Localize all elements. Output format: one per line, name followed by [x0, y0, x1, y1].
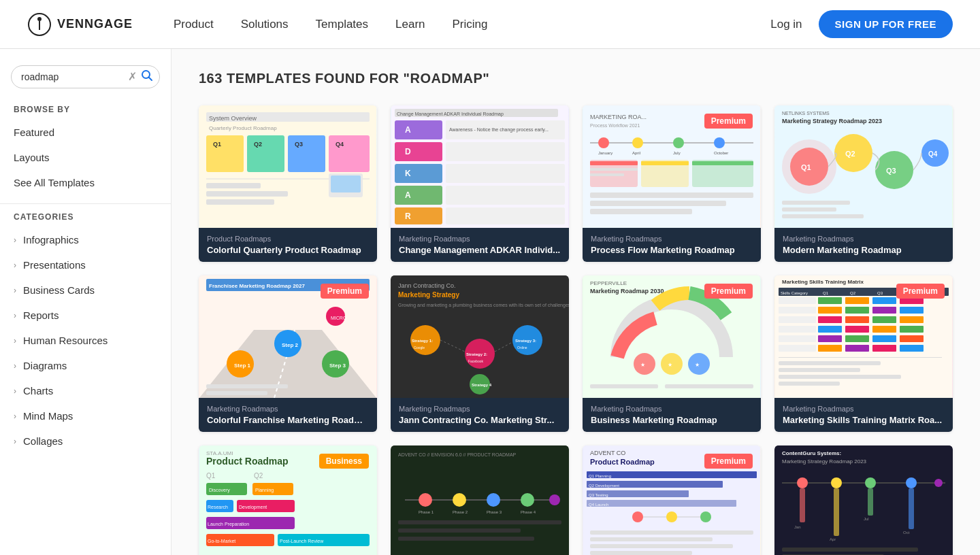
svg-text:Phase 3: Phase 3: [487, 510, 502, 514]
svg-text:Product Roadmap: Product Roadmap: [206, 456, 289, 467]
card-image-6: Jann Contracting Co. Marketing Strategy …: [391, 275, 569, 398]
svg-rect-158: [900, 345, 924, 352]
svg-rect-36: [395, 186, 442, 205]
svg-text:System Overview: System Overview: [209, 115, 257, 122]
svg-rect-130: [818, 297, 842, 304]
category-human-resources[interactable]: › Human Resources: [0, 328, 171, 353]
template-card-7[interactable]: Premium PEPPERVILLE Marketing Roadmap 20…: [583, 275, 761, 432]
svg-text:January: January: [598, 151, 612, 155]
svg-rect-136: [845, 307, 869, 314]
svg-text:Phase 1: Phase 1: [419, 510, 434, 514]
svg-rect-147: [872, 326, 896, 333]
search-submit-icon[interactable]: [141, 69, 153, 85]
clear-search-icon[interactable]: ✗: [128, 71, 137, 82]
svg-rect-129: [779, 297, 816, 304]
premium-badge-5: Premium: [321, 284, 369, 299]
category-mind-maps[interactable]: › Mind Maps: [0, 403, 171, 428]
svg-rect-134: [779, 307, 816, 314]
sidebar-item-layouts[interactable]: Layouts: [0, 145, 171, 170]
card-image-2: Change Management ADKAR Individual Roadm…: [391, 105, 569, 228]
category-business-cards[interactable]: › Business Cards: [0, 278, 171, 303]
svg-rect-30: [395, 142, 442, 161]
search-input[interactable]: [11, 65, 160, 88]
signup-button[interactable]: SIGN UP FOR FREE: [819, 10, 953, 38]
card-category-3: Marketing Roadmaps: [591, 235, 753, 243]
chevron-icon: ›: [14, 437, 16, 446]
template-card-4[interactable]: NETLINKS SYSTEMS Marketing Strategy Road…: [774, 105, 953, 262]
svg-text:Phase 2: Phase 2: [453, 510, 468, 514]
sidebar-item-featured[interactable]: Featured: [0, 120, 171, 145]
card-title-1: Colorful Quarterly Product Roadmap: [207, 245, 369, 255]
template-card-10[interactable]: ADVENT CO // ENVISION 6.0 // PRODUCT ROA…: [391, 445, 569, 555]
nav-learn[interactable]: Learn: [395, 18, 425, 31]
svg-point-50: [673, 137, 684, 148]
template-card-11[interactable]: Premium ADVENT CO Product Roadmap Q1 Pla…: [583, 445, 761, 555]
svg-rect-228: [834, 488, 839, 536]
template-card-3[interactable]: Premium MARKETING ROA... Process Workflo…: [583, 105, 761, 262]
svg-text:Jan: Jan: [794, 525, 801, 529]
svg-rect-140: [818, 316, 842, 323]
svg-text:Q4: Q4: [336, 141, 344, 148]
svg-text:July: July: [673, 151, 681, 155]
nav-product[interactable]: Product: [174, 18, 214, 31]
logo[interactable]: VENNGAGE: [27, 12, 133, 37]
svg-point-189: [521, 493, 534, 507]
template-card-2[interactable]: Change Management ADKAR Individual Roadm…: [391, 105, 569, 262]
category-charts[interactable]: › Charts: [0, 378, 171, 403]
nav-templates[interactable]: Templates: [316, 18, 368, 31]
nav-solutions[interactable]: Solutions: [241, 18, 289, 31]
svg-rect-92: [206, 391, 267, 395]
svg-point-226: [934, 479, 943, 487]
sidebar-item-all-templates[interactable]: See All Templates: [0, 170, 171, 195]
svg-rect-33: [395, 164, 442, 183]
svg-rect-41: [446, 207, 565, 224]
svg-text:Q3 Testing: Q3 Testing: [589, 493, 608, 497]
svg-rect-26: [395, 120, 442, 139]
card-image-11: Premium ADVENT CO Product Roadmap Q1 Pla…: [583, 445, 761, 555]
svg-text:April: April: [632, 151, 640, 155]
card-title-6: Jann Contracting Co. Marketing Str...: [399, 415, 561, 425]
svg-rect-230: [909, 488, 914, 529]
svg-rect-156: [845, 345, 869, 352]
template-card-5[interactable]: Premium Franchisee Marketing Roadmap 202…: [199, 275, 377, 432]
svg-text:Google: Google: [414, 346, 425, 350]
browse-by-title: BROWSE BY: [0, 105, 171, 120]
svg-rect-77: [782, 201, 850, 205]
svg-text:Q4 Launch: Q4 Launch: [589, 503, 608, 507]
svg-text:Q2: Q2: [850, 291, 856, 295]
category-presentations[interactable]: › Presentations: [0, 252, 171, 278]
svg-rect-39: [395, 207, 442, 224]
template-card-8[interactable]: Premium Marketing Skills Training Matrix…: [774, 275, 953, 432]
category-collages[interactable]: › Collages: [0, 428, 171, 454]
template-card-12[interactable]: ContentGuru Systems: Marketing Strategy …: [774, 445, 953, 555]
svg-text:ADVENT CO: ADVENT CO: [590, 450, 625, 456]
template-card-9[interactable]: Business STA.A.UMI Product Roadmap Q1 Q2…: [199, 445, 377, 555]
chevron-icon: ›: [14, 336, 16, 346]
premium-badge-11: Premium: [704, 454, 753, 469]
svg-point-211: [700, 511, 711, 522]
svg-text:Marketing Roadmap 2030: Marketing Roadmap 2030: [590, 288, 664, 295]
svg-text:Strategy 2:: Strategy 2:: [466, 352, 487, 356]
categories-title: CATEGORIES: [0, 212, 171, 227]
svg-rect-227: [800, 488, 805, 522]
card-title-8: Marketing Skills Training Matrix Roa...: [783, 415, 945, 425]
nav-pricing[interactable]: Pricing: [453, 18, 488, 31]
category-reports[interactable]: › Reports: [0, 303, 171, 328]
svg-text:Awareness - Notice the change : Awareness - Notice the change process ea…: [449, 127, 549, 133]
category-infographics[interactable]: › Infographics: [0, 227, 171, 252]
svg-point-222: [797, 477, 808, 488]
login-link[interactable]: Log in: [770, 18, 802, 31]
category-diagrams[interactable]: › Diagrams: [0, 353, 171, 378]
card-image-3: Premium MARKETING ROA... Process Workflo…: [583, 105, 761, 228]
svg-text:Strategy 3:: Strategy 3:: [515, 339, 536, 343]
svg-rect-20: [206, 199, 274, 205]
svg-rect-142: [872, 316, 896, 323]
sidebar-divider: [0, 203, 171, 204]
template-card-6[interactable]: Jann Contracting Co. Marketing Strategy …: [391, 275, 569, 432]
template-card-1[interactable]: System Overview Quarterly Product Roadma…: [199, 105, 377, 262]
svg-rect-64: [590, 209, 692, 214]
svg-rect-196: [398, 528, 521, 533]
svg-text:Marketing Strategy Roadmap 202: Marketing Strategy Roadmap 2023: [782, 118, 882, 124]
svg-text:Step 3: Step 3: [329, 363, 346, 369]
main-layout: ✗ BROWSE BY Featured Layouts See All Tem…: [0, 49, 980, 555]
